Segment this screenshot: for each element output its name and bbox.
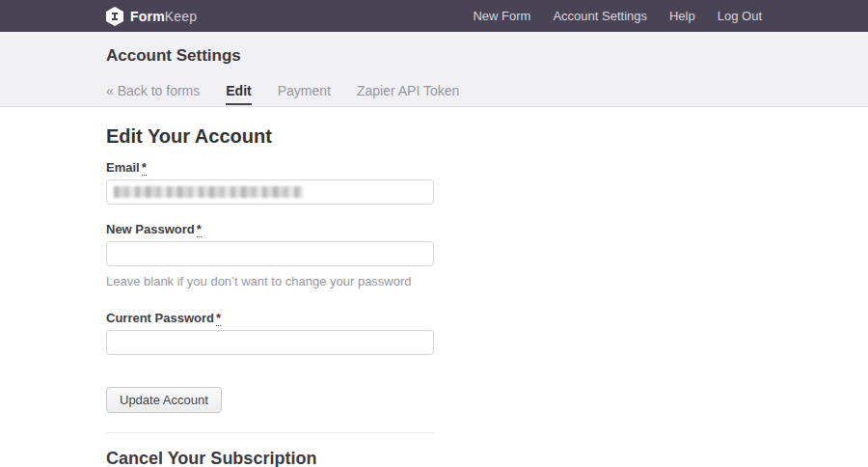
- formkeep-logo-icon: [106, 7, 123, 26]
- cancel-subscription-title: Cancel Your Subscription: [106, 449, 434, 467]
- section-divider: [106, 432, 434, 433]
- new-password-help: Leave blank if you don’t want to change …: [106, 274, 434, 288]
- nav-link-help[interactable]: Help: [669, 9, 695, 23]
- back-to-forms-link[interactable]: « Back to forms: [106, 83, 200, 106]
- required-asterisk: *: [197, 222, 202, 237]
- email-field-group: Email*: [106, 160, 434, 205]
- update-account-button[interactable]: Update Account: [106, 387, 222, 413]
- edit-account-form: Edit Your Account Email* New Password* L…: [106, 107, 434, 467]
- tab-zapier-api-token[interactable]: Zapier API Token: [357, 83, 459, 106]
- tab-payment[interactable]: Payment: [278, 83, 331, 106]
- formkeep-brand[interactable]: FormKeep: [106, 7, 197, 26]
- top-navbar: FormKeep New Form Account Settings Help …: [0, 0, 868, 32]
- current-password-input[interactable]: [106, 330, 434, 355]
- tab-edit[interactable]: Edit: [226, 83, 251, 105]
- nav-link-new-form[interactable]: New Form: [473, 9, 530, 23]
- nav-link-log-out[interactable]: Log Out: [718, 9, 762, 23]
- email-input[interactable]: [106, 179, 434, 205]
- navbar-links: New Form Account Settings Help Log Out: [473, 9, 762, 23]
- new-password-field-group: New Password* Leave blank if you don’t w…: [106, 222, 434, 288]
- form-title: Edit Your Account: [106, 125, 434, 148]
- email-label: Email*: [106, 160, 434, 175]
- current-password-label: Current Password*: [106, 311, 434, 325]
- new-password-input[interactable]: [106, 241, 434, 266]
- brand-name: FormKeep: [130, 9, 197, 24]
- cancel-subscription-section: Cancel Your Subscription Warning: cancel…: [106, 449, 434, 467]
- required-asterisk: *: [216, 311, 221, 326]
- page-header: Account Settings « Back to forms Edit Pa…: [0, 32, 868, 107]
- new-password-label: New Password*: [106, 222, 434, 236]
- page-title: Account Settings: [106, 46, 762, 66]
- nav-link-account-settings[interactable]: Account Settings: [553, 9, 647, 23]
- tab-bar: « Back to forms Edit Payment Zapier API …: [106, 83, 762, 106]
- current-password-field-group: Current Password*: [106, 311, 434, 355]
- required-asterisk: *: [142, 160, 147, 176]
